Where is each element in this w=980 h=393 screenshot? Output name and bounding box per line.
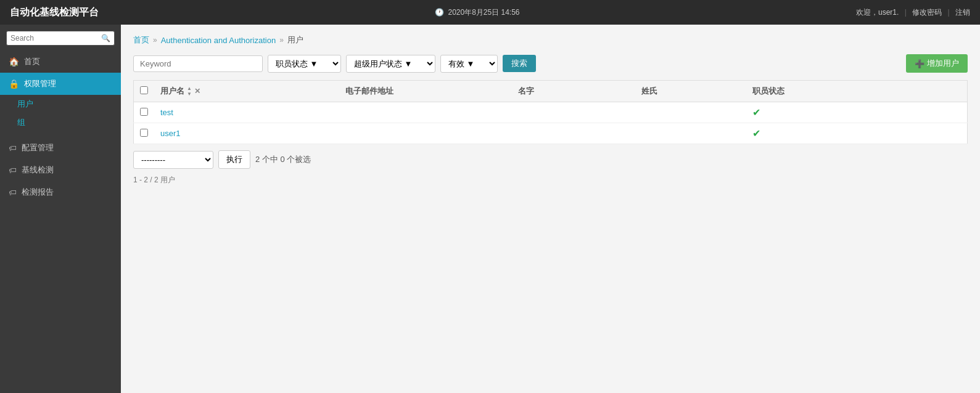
tag-icon-baseline: 🏷	[9, 166, 17, 175]
sort-down-icon: ▼	[187, 92, 192, 97]
datetime-display: 🕐 2020年8月25日 14:56	[435, 7, 519, 18]
sidebar: 🔍 🏠 首页 🔒 权限管理 用户 组 🏷 配置管理 🏷	[0, 25, 121, 393]
select-all-checkbox[interactable]	[140, 86, 148, 94]
row-checkbox-1[interactable]	[140, 129, 148, 137]
breadcrumb: 首页 » Authentication and Authorization » …	[133, 34, 968, 46]
sidebar-item-detection-report-label: 检测报告	[22, 187, 54, 198]
sidebar-item-home[interactable]: 🏠 首页	[0, 51, 121, 73]
row-email-cell	[339, 102, 512, 123]
add-user-button[interactable]: ➕ 增加用户	[906, 54, 968, 73]
username-clear-icon[interactable]: ✕	[194, 87, 200, 95]
table-row: user1 ✔	[134, 123, 968, 144]
main-content: 首页 » Authentication and Authorization » …	[121, 25, 980, 393]
search-button[interactable]: 搜索	[503, 55, 536, 72]
staff-status-ok-icon: ✔	[752, 107, 760, 118]
breadcrumb-home[interactable]: 首页	[133, 34, 149, 46]
add-icon: ➕	[915, 59, 924, 68]
table-row: test ✔	[134, 102, 968, 123]
search-icon: 🔍	[101, 34, 110, 43]
filter-left: 职员状态 ▼ 是 否 超级用户状态 ▼ 是 否 有效 ▼ 无效 全部 搜索	[133, 55, 536, 73]
row-staff-cell: ✔	[746, 102, 968, 123]
user-table: 用户名 ▲ ▼ ✕ 电子邮件地址 名字	[133, 80, 968, 144]
logout-link[interactable]: 注销	[955, 8, 970, 17]
superuser-status-select[interactable]: 超级用户状态 ▼ 是 否	[346, 55, 435, 73]
col-header-username: 用户名 ▲ ▼ ✕	[154, 81, 339, 102]
row-name-cell	[512, 123, 635, 144]
tag-icon-config: 🏷	[9, 144, 17, 153]
filter-row: 职员状态 ▼ 是 否 超级用户状态 ▼ 是 否 有效 ▼ 无效 全部 搜索 ➕	[133, 54, 968, 73]
row-lastname-cell	[635, 102, 746, 123]
user-link-test[interactable]: test	[160, 108, 173, 117]
col-staff-label: 职员状态	[752, 86, 784, 95]
breadcrumb-sep-2: »	[279, 36, 284, 44]
col-lastname-label: 姓氏	[641, 86, 657, 95]
row-username-cell: test	[154, 102, 339, 123]
col-name-label: 名字	[518, 86, 534, 95]
staff-status-ok-icon: ✔	[752, 128, 760, 139]
sidebar-item-home-label: 首页	[24, 56, 40, 67]
topbar-right: 欢迎，user1. | 修改密码 | 注销	[856, 7, 970, 18]
sidebar-item-access-mgmt[interactable]: 🔒 权限管理	[0, 73, 121, 95]
welcome-text: 欢迎，user1.	[856, 8, 899, 17]
breadcrumb-auth[interactable]: Authentication and Authorization	[161, 36, 276, 45]
topbar: 自动化基线检测平台 🕐 2020年8月25日 14:56 欢迎，user1. |…	[0, 0, 980, 25]
row-staff-cell: ✔	[746, 123, 968, 144]
app-title: 自动化基线检测平台	[10, 6, 99, 19]
tag-icon-report: 🏷	[9, 188, 17, 197]
keyword-input[interactable]	[133, 55, 263, 72]
sidebar-search-container: 🔍	[0, 25, 121, 51]
staff-status-select[interactable]: 职员状态 ▼ 是 否	[268, 55, 341, 73]
sidebar-sub-nav: 用户 组	[0, 95, 121, 132]
col-header-email: 电子邮件地址	[339, 81, 512, 102]
row-name-cell	[512, 102, 635, 123]
datetime-text: 2020年8月25日 14:56	[448, 7, 519, 18]
sidebar-nav: 🏠 首页 🔒 权限管理 用户 组	[0, 51, 121, 132]
table-body: test ✔ user1 ✔	[134, 102, 968, 144]
col-header-staff: 职员状态	[746, 81, 968, 102]
active-status-select[interactable]: 有效 ▼ 无效 全部	[440, 55, 498, 73]
sidebar-item-baseline-check-label: 基线检测	[22, 164, 54, 176]
sidebar-item-groups[interactable]: 组	[0, 113, 121, 132]
sort-up-icon: ▲	[187, 86, 192, 91]
pagination-info: 1 - 2 / 2 用户	[133, 175, 968, 185]
separator-2: |	[948, 8, 950, 17]
add-user-label: 增加用户	[927, 58, 959, 69]
sidebar-search-box: 🔍	[6, 31, 115, 46]
username-header-sort: 用户名 ▲ ▼ ✕	[160, 86, 333, 97]
breadcrumb-sep-1: »	[153, 36, 157, 44]
layout: 🔍 🏠 首页 🔒 权限管理 用户 组 🏷 配置管理 🏷	[0, 25, 980, 393]
row-username-cell: user1	[154, 123, 339, 144]
row-lastname-cell	[635, 123, 746, 144]
col-header-name: 名字	[512, 81, 635, 102]
clock-icon: 🕐	[435, 8, 444, 17]
row-check-cell	[134, 102, 155, 123]
action-bar: --------- 执行 2 个中 0 个被选	[133, 150, 968, 169]
sidebar-item-access-mgmt-label: 权限管理	[24, 78, 56, 89]
table-header-row: 用户名 ▲ ▼ ✕ 电子邮件地址 名字	[134, 81, 968, 102]
home-icon: 🏠	[9, 57, 19, 67]
sidebar-search-input[interactable]	[10, 34, 101, 43]
breadcrumb-current: 用户	[287, 34, 303, 46]
sidebar-item-config-mgmt[interactable]: 🏷 配置管理	[0, 137, 121, 159]
sidebar-item-config-mgmt-label: 配置管理	[22, 142, 54, 153]
user-link-user1[interactable]: user1	[160, 129, 181, 138]
row-email-cell	[339, 123, 512, 144]
table-header: 用户名 ▲ ▼ ✕ 电子邮件地址 名字	[134, 81, 968, 102]
sidebar-tags: 🏷 配置管理 🏷 基线检测 🏷 检测报告	[0, 137, 121, 203]
row-check-cell	[134, 123, 155, 144]
lock-icon: 🔒	[9, 79, 19, 89]
execute-button[interactable]: 执行	[218, 150, 250, 169]
col-username-label: 用户名	[160, 86, 184, 97]
col-header-lastname: 姓氏	[635, 81, 746, 102]
col-header-check	[134, 81, 155, 102]
col-email-label: 电子邮件地址	[345, 86, 393, 95]
separator-1: |	[905, 8, 907, 17]
bulk-action-select[interactable]: ---------	[133, 151, 213, 169]
sidebar-item-users[interactable]: 用户	[0, 95, 121, 113]
sidebar-item-detection-report[interactable]: 🏷 检测报告	[0, 181, 121, 203]
sidebar-item-baseline-check[interactable]: 🏷 基线检测	[0, 159, 121, 181]
selection-info: 2 个中 0 个被选	[255, 154, 311, 165]
username-sort-icons[interactable]: ▲ ▼	[187, 86, 192, 97]
row-checkbox-0[interactable]	[140, 108, 148, 116]
change-password-link[interactable]: 修改密码	[912, 8, 942, 17]
